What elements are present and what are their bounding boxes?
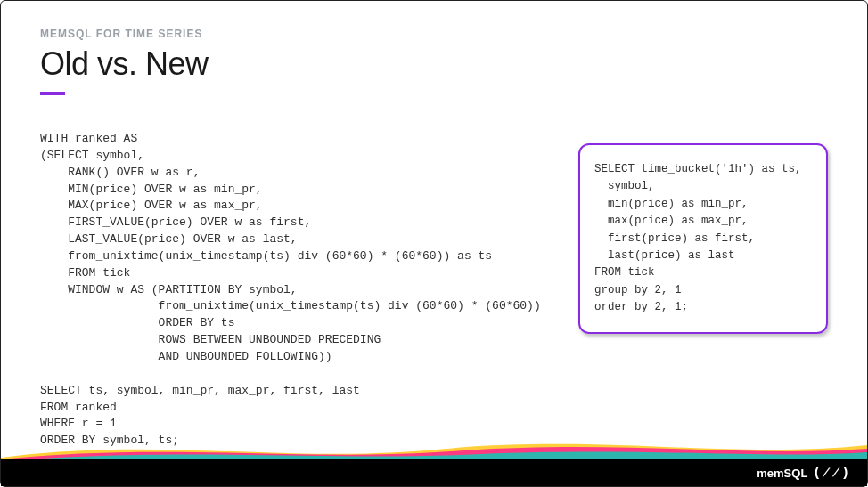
header: MEMSQL FOR TIME SERIES Old vs. New (40, 28, 828, 95)
footer: memSQL (//) (1, 447, 867, 486)
eyebrow-text: MEMSQL FOR TIME SERIES (40, 28, 828, 40)
wave-decoration (1, 440, 867, 461)
page-title: Old vs. New (40, 45, 828, 83)
old-sql-code: WITH ranked AS (SELECT symbol, RANK() OV… (40, 131, 553, 450)
brand-logo: memSQL (//) (757, 467, 849, 480)
brand-text: memSQL (757, 467, 807, 480)
new-sql-code: SELECT time_bucket('1h') as ts, symbol, … (578, 143, 828, 334)
accent-rule (40, 92, 65, 95)
footer-bar: memSQL (//) (1, 459, 867, 486)
brand-mark-icon: (//) (813, 467, 849, 480)
slide: MEMSQL FOR TIME SERIES Old vs. New WITH … (0, 0, 868, 487)
body: WITH ranked AS (SELECT symbol, RANK() OV… (40, 131, 828, 433)
